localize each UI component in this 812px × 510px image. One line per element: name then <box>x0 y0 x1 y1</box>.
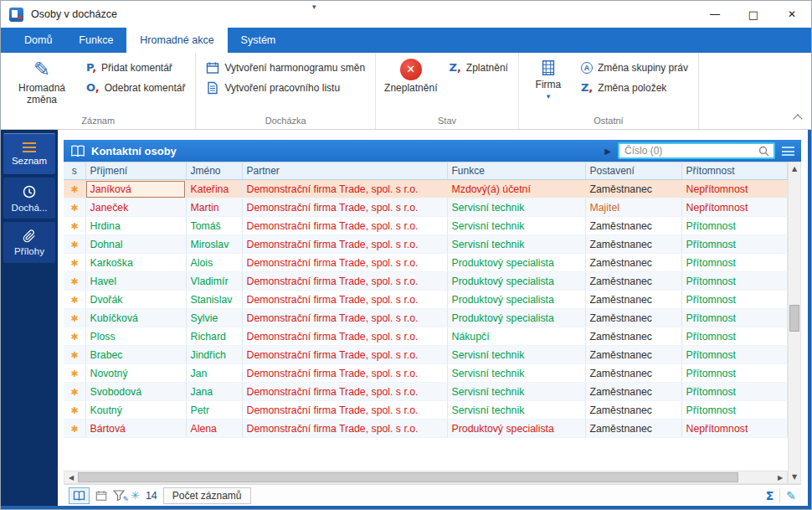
column-header-prijmeni[interactable]: Příjmení <box>85 162 186 180</box>
cell-status: ✱ <box>64 291 85 309</box>
add-comment-button[interactable]: P Přidat komentář <box>81 59 190 76</box>
remove-comment-button[interactable]: O Odebrat komentář <box>81 79 190 96</box>
search-icon[interactable] <box>758 146 769 157</box>
cell-partner: Demonstrační firma Trade, spol. s r.o. <box>242 198 447 217</box>
tab-system[interactable]: Systém <box>228 28 290 53</box>
cell-pritomnost: Přítomnost <box>681 217 788 235</box>
cell-partner: Demonstrační firma Trade, spol. s r.o. <box>242 309 447 327</box>
table-row[interactable]: ✱HrdinaTomášDemonstrační firma Trade, sp… <box>64 217 788 235</box>
remove-comment-label: Odebrat komentář <box>105 82 186 94</box>
cell-prijmeni: Svobodová <box>85 383 186 401</box>
column-header-s[interactable]: s <box>64 162 85 180</box>
cell-partner: Demonstrační firma Trade, spol. s r.o. <box>242 291 447 309</box>
column-header-postaveni[interactable]: Postavení <box>585 162 681 180</box>
rights-group-icon: A <box>581 62 593 74</box>
table-row[interactable]: ✱BrabecJindřichDemonstrační firma Trade,… <box>64 346 788 364</box>
column-header-partner[interactable]: Partner <box>242 162 447 180</box>
cell-postaveni: Majitel <box>585 198 681 217</box>
horizontal-scroll-track[interactable] <box>78 471 773 483</box>
cell-partner: Demonstrační firma Trade, spol. s r.o. <box>242 401 447 420</box>
snowflake-icon[interactable]: ✳ <box>131 489 140 502</box>
app-icon[interactable] <box>9 8 23 22</box>
table-row[interactable]: ✱BártováAlenaDemonstrační firma Trade, s… <box>64 420 788 438</box>
close-button[interactable]: ✕ <box>773 1 811 28</box>
horizontal-scroll-thumb[interactable] <box>78 472 738 482</box>
cell-pritomnost: Přítomnost <box>681 327 788 346</box>
cell-partner: Demonstrační firma Trade, spol. s r.o. <box>242 420 447 438</box>
ribbon-tabbar: Domů Funkce Hromadné akce Systém <box>1 28 811 53</box>
cell-status: ✱ <box>64 180 85 198</box>
cell-pritomnost: Nepřítomnost <box>681 198 788 217</box>
maximize-button[interactable]: □ <box>734 1 773 28</box>
firm-button[interactable]: Firma ▾ <box>524 55 573 99</box>
column-header-jmeno[interactable]: Jméno <box>186 162 242 180</box>
cell-postaveni: Zaměstnanec <box>585 235 681 254</box>
worksheet-button[interactable]: Vytvoření pracovního listu <box>201 79 370 96</box>
table-row[interactable]: ✱JaníkováKateřinaDemonstrační firma Trad… <box>64 180 788 198</box>
column-header-pritomnost[interactable]: Přítomnost <box>681 162 788 180</box>
bulk-change-button[interactable]: ✎ Hromadná změna <box>6 55 78 106</box>
paperclip-icon <box>23 229 36 243</box>
remove-comment-icon: O <box>86 82 100 94</box>
cell-status: ✱ <box>64 401 85 420</box>
table-row[interactable]: ✱DvořákStanislavDemonstrační firma Trade… <box>64 291 788 309</box>
table-row[interactable]: ✱PlossRichardDemonstrační firma Trade, s… <box>64 327 788 346</box>
cell-funkce: Produktový specialista <box>447 254 585 272</box>
bulk-change-label: Hromadná změna <box>9 83 75 106</box>
change-rights-group-button[interactable]: A Změna skupiny práv <box>576 59 693 76</box>
filter-edit-icon: ✎ <box>122 495 129 503</box>
vertical-scroll-track[interactable] <box>789 175 800 471</box>
clock-icon <box>22 184 37 199</box>
search-input[interactable] <box>624 145 755 157</box>
worksheet-label: Vytvoření pracovního listu <box>224 82 340 94</box>
table-menu-icon[interactable] <box>782 147 794 156</box>
edit-icon[interactable]: ✎ <box>786 489 796 502</box>
change-items-icon: Z <box>581 82 593 94</box>
table-row[interactable]: ✱HavelVladimírDemonstrační firma Trade, … <box>64 272 788 291</box>
cell-postaveni: Zaměstnanec <box>585 327 681 346</box>
record-star-icon: ✱ <box>70 332 78 343</box>
view-mode-button[interactable] <box>69 487 90 504</box>
tab-hromadne-akce[interactable]: Hromadné akce <box>126 28 227 53</box>
tab-domu[interactable]: Domů <box>11 28 65 53</box>
ribbon-group-zaznam: ✎ Hromadná změna P Přidat komentář O Ode… <box>1 53 196 129</box>
scroll-left-icon[interactable]: ◀ <box>64 471 78 483</box>
change-rights-group-label: Změna skupiny práv <box>598 62 688 74</box>
sidebar-item-seznam[interactable]: Seznam <box>3 133 55 174</box>
sidebar-item-prilohy[interactable]: Přílohy <box>3 222 55 263</box>
sidebar: Seznam Dochá... Přílohy <box>1 130 58 506</box>
table-row[interactable]: ✱JanečekMartinDemonstrační firma Trade, … <box>64 198 788 217</box>
horizontal-scrollbar[interactable]: ◀ ▶ <box>64 471 788 484</box>
filter-button[interactable]: ✎ <box>113 490 125 501</box>
pencil-icon: ✎ <box>33 59 50 80</box>
cell-funkce: Produktový specialista <box>447 291 585 309</box>
sidebar-item-dochazka[interactable]: Dochá... <box>3 178 55 219</box>
sum-icon[interactable]: Σ <box>766 489 774 502</box>
titlebar: Osoby v docházce ▾ — □ ✕ <box>1 1 811 28</box>
scroll-up-icon[interactable]: ▲ <box>789 162 800 175</box>
vertical-scrollbar[interactable]: ▲ ▼ <box>788 162 801 484</box>
table-row[interactable]: ✱DohnalMiroslavDemonstrační firma Trade,… <box>64 235 788 254</box>
scroll-down-icon[interactable]: ▼ <box>789 471 800 483</box>
play-icon[interactable]: ▶ <box>604 147 611 156</box>
tab-funkce[interactable]: Funkce <box>65 28 126 53</box>
table-row[interactable]: ✱KoutnýPetrDemonstrační firma Trade, spo… <box>64 401 788 420</box>
table-row[interactable]: ✱SvobodováJanaDemonstrační firma Trade, … <box>64 383 788 401</box>
validate-button[interactable]: Z Zplatnění <box>444 59 512 76</box>
shift-schedule-button[interactable]: Vytvoření harmonogramu směn <box>201 59 370 76</box>
table-header-row: s Příjmení Jméno Partner Funkce Postaven… <box>64 162 788 180</box>
quick-access-icon[interactable]: ▾ <box>312 3 316 11</box>
invalidate-button[interactable]: ✕ Zneplatnění <box>381 55 440 95</box>
table-row[interactable]: ✱NovotnýJanDemonstrační firma Trade, spo… <box>64 364 788 383</box>
table-row[interactable]: ✱KarkoškaAloisDemonstrační firma Trade, … <box>64 254 788 272</box>
vertical-scroll-thumb[interactable] <box>789 305 799 332</box>
sidebar-item-label: Dochá... <box>12 203 48 213</box>
minimize-button[interactable]: — <box>696 1 734 28</box>
cell-prijmeni: Hrdina <box>85 217 186 235</box>
change-items-button[interactable]: Z Změna položek <box>576 79 693 96</box>
calendar-status-icon[interactable] <box>95 490 107 502</box>
scroll-right-icon[interactable]: ▶ <box>773 471 787 483</box>
book-icon <box>70 145 85 157</box>
column-header-funkce[interactable]: Funkce <box>447 162 585 180</box>
table-row[interactable]: ✱KubíčkováSylvieDemonstrační firma Trade… <box>64 309 788 327</box>
